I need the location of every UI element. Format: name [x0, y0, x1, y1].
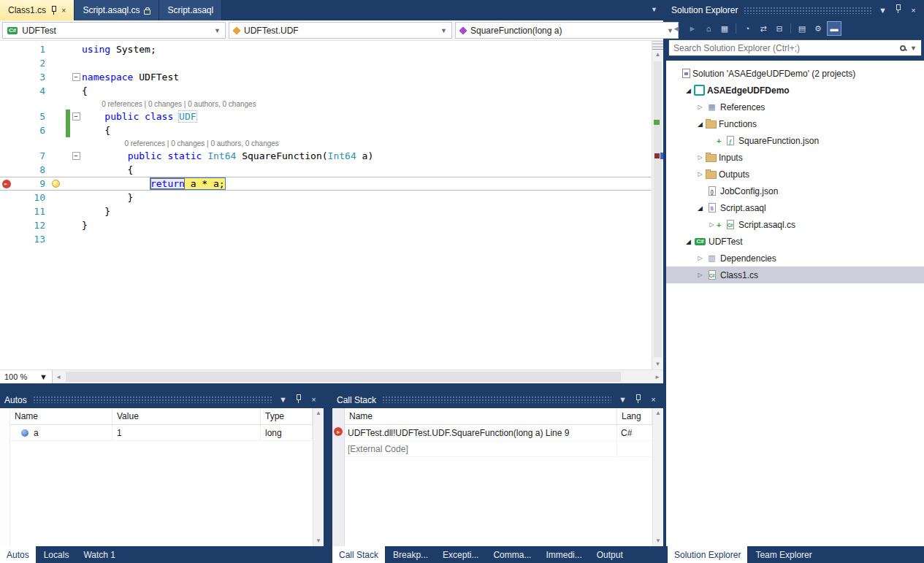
horizontal-scrollbar[interactable]	[64, 370, 652, 383]
close-icon[interactable]: ×	[308, 394, 319, 405]
tree-item-script-asaql-cs[interactable]: ▷+C#Script.asaql.cs	[666, 216, 924, 233]
expander-icon[interactable]: ▷	[695, 104, 705, 110]
pin-icon[interactable]	[893, 4, 904, 16]
callstack-scrollbar[interactable]: ▲ ▼	[652, 408, 663, 546]
tree-item-squarefunction-json[interactable]: +ƒSquareFunction.json	[666, 132, 924, 149]
breakpoint-margin[interactable]	[0, 123, 13, 137]
breakpoint-icon[interactable]	[2, 180, 11, 188]
column-name[interactable]: Name	[10, 408, 112, 424]
pending-filter-icon[interactable]: ◔	[740, 21, 755, 36]
expander-icon[interactable]: ◢	[695, 204, 705, 212]
expander-icon[interactable]: ▷	[707, 221, 717, 228]
code-line[interactable]: 13	[0, 232, 651, 246]
search-icon[interactable]	[900, 45, 906, 51]
fold-margin[interactable]: −	[70, 112, 82, 120]
tree-item-inputs[interactable]: ▷Inputs	[666, 149, 924, 166]
code-line[interactable]: 9 return a * a;	[0, 177, 651, 191]
fold-collapse-icon[interactable]: −	[72, 112, 80, 120]
tree-item-references[interactable]: ▷▦References	[666, 99, 924, 115]
lightbulb-icon[interactable]	[52, 180, 60, 188]
breakpoint-margin[interactable]	[0, 84, 13, 98]
tab-output[interactable]: Output	[590, 546, 630, 563]
tree-item-solution-asaedgeudfdemo-2-projects[interactable]: Solution 'ASAEdgeUDFDemo' (2 projects)	[666, 65, 924, 82]
code-line[interactable]: 12}	[0, 218, 651, 232]
breakpoint-margin[interactable]	[0, 177, 13, 190]
breakpoint-margin[interactable]	[0, 218, 13, 232]
code-line[interactable]: 5− public class UDF	[0, 110, 651, 123]
window-position-icon[interactable]: ▼	[617, 394, 628, 405]
code-line[interactable]: 4{	[0, 84, 651, 98]
zoom-dropdown[interactable]: 100 % ▼	[0, 370, 53, 383]
breakpoint-margin[interactable]	[0, 56, 13, 70]
pin-icon[interactable]	[633, 394, 644, 406]
scroll-down-icon[interactable]: ▼	[652, 359, 663, 369]
breakpoint-margin[interactable]	[0, 232, 13, 246]
codelens-text[interactable]: 0 references | 0 changes | 0 authors, 0 …	[102, 100, 256, 108]
sync-with-active-icon[interactable]: ⇄	[756, 21, 771, 36]
scroll-left-icon[interactable]: ◄	[53, 374, 64, 380]
tree-item-class1-cs[interactable]: ▷C#Class1.cs	[666, 267, 924, 283]
preview-toggle-icon[interactable]: ▬	[827, 21, 841, 36]
expander-icon[interactable]: ▷	[695, 255, 705, 261]
code-editor[interactable]: 1using System;23−namespace UDFTest4{0 re…	[0, 41, 663, 369]
code-line[interactable]: 10 }	[0, 191, 651, 204]
fold-collapse-icon[interactable]: −	[72, 73, 80, 81]
scroll-up-icon[interactable]: ▲	[313, 408, 324, 418]
forward-icon[interactable]: ►	[685, 21, 700, 36]
tree-item-dependencies[interactable]: ▷▥Dependencies	[666, 250, 924, 267]
window-position-icon[interactable]: ▼	[877, 5, 888, 16]
column-type[interactable]: Type	[261, 408, 313, 424]
expander-icon[interactable]: ◢	[684, 238, 693, 245]
expander-icon[interactable]: ▷	[695, 272, 705, 278]
autos-scrollbar[interactable]: ▲ ▼	[313, 408, 324, 546]
code-line[interactable]: 3−namespace UDFTest	[0, 70, 651, 84]
tab-list-chevron-icon[interactable]: ▼	[651, 0, 663, 20]
tab-breakp[interactable]: Breakp...	[386, 546, 435, 563]
column-value[interactable]: Value	[112, 408, 261, 424]
scroll-down-icon[interactable]: ▼	[653, 536, 663, 546]
tab-autos[interactable]: Autos	[0, 546, 36, 563]
expander-icon[interactable]: ◢	[684, 87, 693, 94]
code-line[interactable]: 7− public static Int64 SquareFunction(In…	[0, 149, 651, 163]
code-line[interactable]: 1using System;	[0, 42, 651, 56]
editor-vertical-scrollbar[interactable]: ▲ ▼	[652, 41, 663, 369]
tab-immedi[interactable]: Immedi...	[539, 546, 588, 563]
scroll-up-icon[interactable]: ▲	[652, 50, 663, 60]
breakpoint-margin[interactable]	[0, 163, 13, 177]
callstack-header[interactable]: Call Stack ▼ ×	[332, 391, 663, 408]
tab-call-stack[interactable]: Call Stack	[332, 546, 385, 563]
back-icon[interactable]: ◄	[669, 21, 684, 36]
fold-margin[interactable]: −	[70, 152, 82, 160]
column-lang[interactable]: Lang	[617, 408, 652, 424]
switch-views-icon[interactable]: ▦	[717, 21, 732, 36]
tab-script-asaql[interactable]: Script.asaql	[159, 0, 222, 20]
tree-item-functions[interactable]: ◢Functions	[666, 115, 924, 132]
close-icon[interactable]: ×	[61, 6, 66, 15]
horizontal-scrollbar-thumb[interactable]	[66, 372, 621, 382]
code-line[interactable]: 11 }	[0, 204, 651, 218]
tree-item-asaedgeudfdemo[interactable]: ◢ASAEdgeUDFDemo	[666, 82, 924, 99]
expander-icon[interactable]: ▷	[695, 171, 705, 177]
solution-explorer-header[interactable]: Solution Explorer ▼ ×	[666, 1, 924, 19]
project-dropdown[interactable]: C# UDFTest ▼	[2, 22, 226, 39]
tree-item-jobconfig-json[interactable]: {}JobConfig.json	[666, 183, 924, 199]
pin-icon[interactable]	[50, 6, 57, 15]
tab-excepti[interactable]: Excepti...	[436, 546, 485, 563]
wrench-icon[interactable]: ⚙	[811, 21, 825, 36]
properties-icon[interactable]: ▤	[795, 21, 809, 36]
close-icon[interactable]: ×	[908, 5, 919, 16]
breakpoint-margin[interactable]	[0, 42, 13, 56]
code-line[interactable]: 6 {	[0, 123, 651, 137]
expander-icon[interactable]: ◢	[695, 120, 705, 128]
scroll-down-icon[interactable]: ▼	[313, 536, 324, 546]
tab-solution-explorer[interactable]: Solution Explorer	[668, 546, 747, 563]
scroll-right-icon[interactable]: ►	[652, 374, 663, 380]
type-dropdown[interactable]: UDFTest.UDF ▼	[229, 22, 452, 39]
member-dropdown[interactable]: SquareFunction(long a) ▼	[455, 22, 679, 39]
tab-comma[interactable]: Comma...	[486, 546, 538, 563]
expander-icon[interactable]: ▷	[695, 154, 705, 161]
tab-team-explorer[interactable]: Team Explorer	[749, 546, 818, 563]
callstack-frame[interactable]: UDFTest.dll!UDFTest.UDF.SquareFunction(l…	[345, 425, 652, 441]
home-icon[interactable]: ⌂	[701, 21, 716, 36]
scrollbar-track[interactable]	[652, 60, 663, 359]
